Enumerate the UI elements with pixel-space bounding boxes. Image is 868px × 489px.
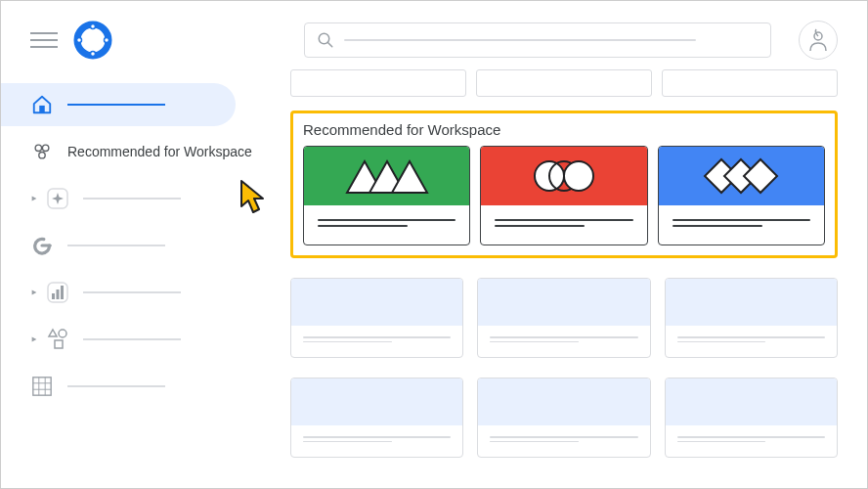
home-icon xyxy=(30,93,54,116)
menu-icon[interactable] xyxy=(30,27,58,53)
filter-chips xyxy=(290,69,838,97)
app-tile[interactable] xyxy=(665,278,838,358)
grid-icon xyxy=(30,375,54,398)
featured-card-blue[interactable] xyxy=(658,146,825,245)
app-tile[interactable] xyxy=(665,378,838,458)
card-hero xyxy=(659,147,824,205)
featured-card-red[interactable] xyxy=(480,146,647,245)
sparkle-icon xyxy=(46,187,69,210)
svg-rect-8 xyxy=(39,106,45,112)
circles-icon xyxy=(30,140,54,163)
section-title: Recommended for Workspace xyxy=(303,121,825,138)
caret-icon xyxy=(30,335,38,343)
sidebar-item-recommended-workspace[interactable]: Recommended for Workspace xyxy=(1,130,275,173)
svg-point-18 xyxy=(59,330,66,337)
app-tile[interactable] xyxy=(290,278,463,358)
circles-icon xyxy=(520,156,608,197)
svg-point-9 xyxy=(35,145,41,151)
sidebar-item-analytics[interactable] xyxy=(1,271,275,314)
featured-cards xyxy=(303,146,825,245)
svg-point-2 xyxy=(105,38,109,43)
svg-point-1 xyxy=(91,24,96,29)
recommended-section-highlight: Recommended for Workspace xyxy=(290,111,838,258)
svg-point-11 xyxy=(39,152,45,157)
main-layout: Recommended for Workspace xyxy=(1,69,867,488)
sidebar-item-home[interactable] xyxy=(1,83,236,126)
app-tile[interactable] xyxy=(290,378,463,458)
app-logo[interactable] xyxy=(73,21,112,60)
app-tile[interactable] xyxy=(477,278,650,358)
svg-rect-16 xyxy=(57,289,60,299)
svg-rect-17 xyxy=(61,286,64,299)
chart-icon xyxy=(46,281,69,304)
svg-rect-19 xyxy=(55,340,63,348)
svg-line-6 xyxy=(327,42,332,47)
sidebar-item-label: Recommended for Workspace xyxy=(67,144,252,159)
card-hero xyxy=(304,147,469,205)
caret-icon xyxy=(30,195,38,202)
svg-point-10 xyxy=(42,145,48,151)
header xyxy=(1,1,867,69)
main-content: Recommended for Workspace xyxy=(275,69,867,488)
svg-point-4 xyxy=(77,38,82,43)
card-body xyxy=(304,205,469,244)
card-body xyxy=(481,205,646,244)
app-grid-row xyxy=(290,378,838,458)
sidebar-item-intelligent[interactable] xyxy=(1,177,275,220)
sidebar: Recommended for Workspace xyxy=(1,69,275,488)
svg-rect-30 xyxy=(744,159,777,193)
card-body xyxy=(659,205,824,244)
search-input[interactable] xyxy=(304,22,771,58)
search-icon xyxy=(317,31,334,49)
featured-card-green[interactable] xyxy=(303,146,470,245)
caret-icon xyxy=(30,289,38,296)
triangles-icon xyxy=(343,156,431,197)
card-hero xyxy=(481,147,646,205)
filter-chip[interactable] xyxy=(476,69,652,97)
shapes-icon xyxy=(46,328,69,351)
svg-point-27 xyxy=(564,161,593,191)
svg-point-3 xyxy=(91,52,96,57)
svg-rect-20 xyxy=(33,378,51,395)
g-logo-icon xyxy=(30,234,54,257)
app-frame: Recommended for Workspace xyxy=(0,0,868,489)
filter-chip[interactable] xyxy=(290,69,466,97)
user-avatar[interactable] xyxy=(799,21,838,60)
filter-chip[interactable] xyxy=(662,69,838,97)
app-grid-row xyxy=(290,278,838,358)
svg-rect-15 xyxy=(52,293,55,299)
sidebar-item-sheets[interactable] xyxy=(1,365,275,408)
app-tile[interactable] xyxy=(477,378,650,458)
diamonds-icon xyxy=(692,156,790,197)
sidebar-item-shapes[interactable] xyxy=(1,318,275,361)
sidebar-item-google[interactable] xyxy=(1,224,275,267)
